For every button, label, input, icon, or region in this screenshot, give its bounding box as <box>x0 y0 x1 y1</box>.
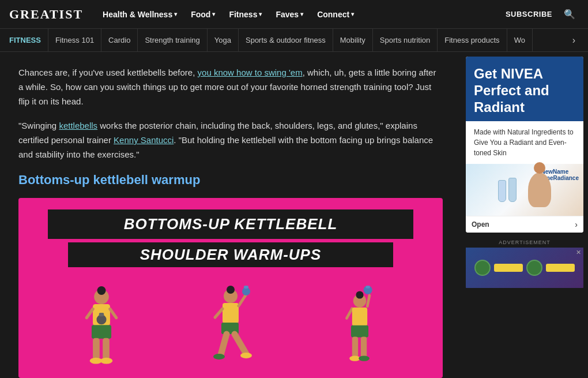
nav-item-connect[interactable]: Connect ▾ <box>311 6 360 23</box>
svg-line-29 <box>346 308 352 318</box>
subscribe-button[interactable]: SUBSCRIBE <box>497 6 560 22</box>
article-paragraph-2: "Swinging kettlebells works the posterio… <box>18 119 443 162</box>
chevron-down-icon: ▾ <box>300 11 303 17</box>
nav-item-health-wellness[interactable]: Health & Wellness ▾ <box>97 6 183 23</box>
image-title-line1: BOTTOMS-UP KETTLEBELL <box>58 215 403 233</box>
svg-point-27 <box>356 291 363 298</box>
subnav-item-fitness-products[interactable]: Fitness products <box>438 29 507 52</box>
image-title-line2-wrap: SHOULDER WARM-UPS <box>68 242 393 267</box>
svg-point-17 <box>242 287 250 295</box>
subnav-item-fitness101[interactable]: Fitness 101 <box>48 29 101 52</box>
subnav-item-fitness[interactable]: FITNESS <box>9 29 48 52</box>
svg-point-35 <box>359 355 370 361</box>
figure-1 <box>73 286 130 378</box>
svg-rect-7 <box>92 325 111 338</box>
chevron-down-icon: ▾ <box>212 11 215 17</box>
svg-point-11 <box>100 357 112 364</box>
svg-rect-18 <box>244 286 248 289</box>
svg-rect-8 <box>93 338 100 359</box>
subnav-item-mobility[interactable]: Mobility <box>333 29 373 52</box>
ad-open-button[interactable]: Open <box>472 220 489 229</box>
svg-line-20 <box>221 334 227 355</box>
link-swing[interactable]: you know how to swing 'em <box>198 68 303 77</box>
product-bottle-2 <box>508 178 517 202</box>
subnav-item-wo[interactable]: Wo <box>507 29 533 52</box>
article-subheading: Bottoms-up kettlebell warmup <box>18 173 443 188</box>
figure-2 <box>202 286 259 378</box>
nav-item-faves[interactable]: Faves ▾ <box>270 6 309 23</box>
advertisement-label: ADVERTISEMENT <box>466 237 583 248</box>
nav-item-fitness[interactable]: Fitness ▾ <box>223 6 267 23</box>
svg-point-23 <box>240 353 252 358</box>
subnav-item-cardio[interactable]: Cardio <box>101 29 138 52</box>
sidebar: Get NIVEA Perfect and Radiant Made with … <box>461 52 588 378</box>
svg-line-3 <box>86 309 93 317</box>
chevron-down-icon: ▾ <box>351 11 354 17</box>
sub-navigation: FITNESS Fitness 101 Cardio Strength trai… <box>0 29 588 52</box>
ad-body-text: Made with Natural Ingredients to Give Yo… <box>474 127 575 158</box>
ad-chevron-right-icon[interactable]: › <box>575 220 578 229</box>
svg-rect-6 <box>99 312 104 316</box>
ad-small-content: ✕ <box>466 248 583 288</box>
svg-point-13 <box>227 286 235 294</box>
article-image-block: BOTTOMS-UP KETTLEBELL SHOULDER WARM-UPS <box>18 198 443 378</box>
link-kenny-santucci[interactable]: Kenny Santucci <box>114 135 174 145</box>
svg-rect-14 <box>223 303 239 323</box>
link-kettlebells[interactable]: kettlebells <box>59 121 97 130</box>
nav-item-food[interactable]: Food ▾ <box>185 6 221 23</box>
subnav-item-yoga[interactable]: Yoga <box>208 29 239 52</box>
search-icon[interactable]: 🔍 <box>560 5 579 23</box>
svg-line-4 <box>110 309 116 317</box>
svg-line-15 <box>239 294 246 306</box>
figure-3 <box>331 286 389 378</box>
chevron-down-icon: ▾ <box>259 11 262 17</box>
svg-rect-25 <box>365 286 370 289</box>
ad-close-icon[interactable]: ✕ <box>576 249 581 256</box>
article-paragraph-1: Chances are, if you've used kettlebells … <box>18 66 443 108</box>
svg-line-28 <box>367 295 370 306</box>
nav-items-group: Health & Wellness ▾ Food ▾ Fitness ▾ Fav… <box>97 6 497 23</box>
svg-point-1 <box>97 286 106 295</box>
subnav-item-strength[interactable]: Strength training <box>138 29 207 52</box>
svg-rect-9 <box>103 338 110 359</box>
ad-footer[interactable]: Open › <box>466 216 583 233</box>
svg-rect-30 <box>352 307 367 325</box>
ad-card-nivea: Get NIVEA Perfect and Radiant Made with … <box>466 57 583 233</box>
subnav-item-sports-outdoor[interactable]: Sports & outdoor fitness <box>239 29 333 52</box>
svg-point-34 <box>349 355 360 361</box>
ad-title: Get NIVEA Perfect and Radiant <box>474 66 575 115</box>
article-section: Chances are, if you've used kettlebells … <box>0 52 461 378</box>
site-logo[interactable]: GREATIST <box>9 7 83 22</box>
image-title-line2: SHOULDER WARM-UPS <box>140 246 322 263</box>
svg-rect-32 <box>352 336 358 357</box>
svg-rect-31 <box>351 325 368 337</box>
ad-small-card: ADVERTISEMENT ✕ <box>466 237 583 289</box>
svg-rect-33 <box>361 336 367 357</box>
svg-line-21 <box>235 334 246 354</box>
ad-image-area: #NewNameSameRadiance <box>466 164 583 216</box>
subnav-item-sports-nutrition[interactable]: Sports nutrition <box>373 29 438 52</box>
chevron-down-icon: ▾ <box>174 11 177 17</box>
subnav-next-arrow[interactable]: › <box>569 35 579 46</box>
image-title-block: BOTTOMS-UP KETTLEBELL <box>48 209 413 239</box>
main-layout: Chances are, if you've used kettlebells … <box>0 52 588 378</box>
top-navigation: GREATIST Health & Wellness ▾ Food ▾ Fitn… <box>0 0 588 29</box>
ad-body-section: Made with Natural Ingredients to Give Yo… <box>466 121 583 164</box>
ad-person-figure <box>528 173 551 207</box>
product-bottle <box>498 180 506 202</box>
figures-row <box>28 274 434 378</box>
svg-point-22 <box>213 354 225 360</box>
svg-line-16 <box>215 309 223 317</box>
ad-top-section: Get NIVEA Perfect and Radiant <box>466 57 583 121</box>
